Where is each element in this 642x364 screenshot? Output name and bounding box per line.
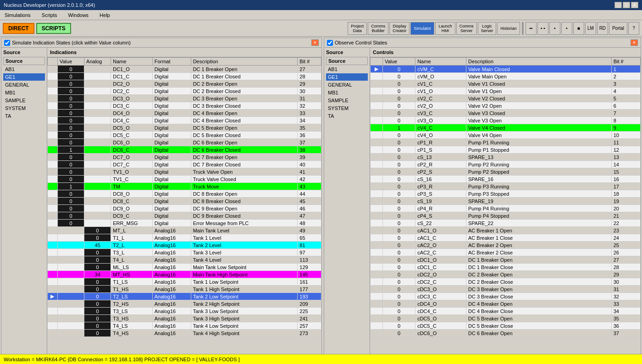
indication-row[interactable]: 0DC1_CDigitalDC 1 Breaker Closed28 (48, 73, 321, 80)
analog-cell[interactable]: 0 (84, 322, 111, 330)
project-data-button[interactable]: ProjectData (348, 22, 367, 35)
analog-cell[interactable] (84, 117, 111, 124)
left-source-general[interactable]: GENERAL (3, 81, 45, 88)
right-source-ta[interactable]: TA (326, 112, 368, 120)
value-cell[interactable]: 0 (57, 205, 84, 212)
control-row[interactable]: 0cV3_CValve V3 Closed7 (371, 110, 641, 117)
indication-row[interactable]: 0DC8_CDigitalDC 8 Breaker Closed45 (48, 198, 321, 205)
value-cell[interactable]: 0 (57, 190, 84, 198)
launch-hmi-button[interactable]: LaunchHMI (435, 22, 455, 35)
analog-cell[interactable]: 0 (84, 227, 111, 234)
analog-cell[interactable] (84, 198, 111, 205)
view-btn-4[interactable]: ▪ (561, 22, 572, 35)
analog-cell[interactable]: 0 (84, 293, 111, 300)
control-row[interactable]: 0cS_13SPARE_1313 (371, 154, 641, 161)
control-row[interactable]: 0cV2_OValve V2 Open6 (371, 102, 641, 110)
control-row[interactable]: 0cDC2_CDC 2 Breaker Close30 (371, 278, 641, 286)
value-cell[interactable]: 0 (57, 124, 84, 132)
indication-row[interactable]: 0DC3_ODigitalDC 3 Breaker Open31 (48, 95, 321, 102)
analog-cell[interactable] (84, 102, 111, 110)
indication-row[interactable]: 0DC2_CDigitalDC 2 Breaker Closed30 (48, 88, 321, 95)
control-row[interactable]: 0cV2_CValve V2 Closed5 (371, 95, 641, 102)
value-cell[interactable]: 0 (57, 220, 84, 227)
analog-cell[interactable]: 0 (84, 278, 111, 286)
direct-button[interactable]: DIRECT (3, 23, 34, 34)
indication-row[interactable]: 0T1_LAnalog16Tank 1 Level65 (48, 234, 321, 242)
analog-cell[interactable] (84, 139, 111, 146)
value-cell[interactable]: 0 (57, 139, 84, 146)
control-row[interactable]: 0cDC1_ODC 1 Breaker Open27 (371, 256, 641, 264)
right-source-header[interactable]: Source (326, 57, 368, 65)
value-cell[interactable] (57, 242, 84, 249)
menu-help[interactable]: Help (98, 12, 112, 18)
value-cell[interactable] (57, 234, 84, 242)
value-cell[interactable]: 0 (57, 168, 84, 176)
indication-row[interactable]: 0T3_LSAnalog16Tank 3 Low Setpoint225 (48, 308, 321, 315)
value-cell[interactable]: 0 (57, 176, 84, 183)
indications-table-container[interactable]: Value Analog Name Format Description Bit… (47, 57, 321, 363)
analog-cell[interactable]: 0 (84, 315, 111, 322)
control-row[interactable]: 0cDC4_CDC 4 Breaker Close34 (371, 308, 641, 315)
value-cell[interactable]: 0 (57, 73, 84, 80)
control-row[interactable]: 0cDC4_ODC 4 Breaker Open33 (371, 300, 641, 308)
controls-table-container[interactable]: Value Name Description Bit # ▶0cVM_CValv… (370, 57, 641, 363)
control-row[interactable]: 0cV1_OValve V1 Open4 (371, 88, 641, 95)
value-cell[interactable] (57, 256, 84, 264)
view-btn-2[interactable]: ▪ ▪ (537, 22, 548, 35)
indication-row[interactable]: 0T3_HSAnalog16Tank 3 High Setpoint241 (48, 315, 321, 322)
scripts-button[interactable]: SCRIPTS (36, 23, 71, 34)
simulator-button[interactable]: Simulator (410, 22, 434, 35)
value-cell[interactable]: 0 (57, 198, 84, 205)
indication-row[interactable]: 0TV1_ODigitalTruck Valve Open41 (48, 168, 321, 176)
analog-cell[interactable]: 45 (84, 242, 111, 249)
analog-cell[interactable]: 0 (84, 330, 111, 337)
close-button[interactable]: ✕ (631, 2, 638, 8)
control-row[interactable]: 1cV4_CValve V4 Closed9 (371, 124, 641, 132)
value-cell[interactable] (57, 271, 84, 278)
analog-cell[interactable] (84, 176, 111, 183)
control-row[interactable]: 0cAC1_CAC Breaker 1 Close24 (371, 234, 641, 242)
control-row[interactable]: 0cAC2_CAC Breaker 2 Close26 (371, 249, 641, 256)
value-cell[interactable]: 1 (57, 183, 84, 190)
right-source-sample[interactable]: SAMPLE (326, 97, 368, 104)
value-cell[interactable] (57, 293, 84, 300)
right-source-ge1[interactable]: GE1 (326, 73, 368, 81)
indication-row[interactable]: 1DC6_CDigitalDC 6 Breaker Closed38 (48, 146, 321, 154)
value-cell[interactable] (57, 308, 84, 315)
analog-cell[interactable] (84, 73, 111, 80)
right-source-general[interactable]: GENERAL (326, 81, 368, 88)
control-row[interactable]: 0cDC2_ODC 2 Breaker Open29 (371, 271, 641, 278)
control-row[interactable]: 0cDC1_CDC 1 Breaker Close28 (371, 264, 641, 271)
analog-cell[interactable] (84, 146, 111, 154)
left-source-system[interactable]: SYSTEM (3, 105, 45, 112)
view-btn-1[interactable]: ▪▪ (526, 22, 537, 35)
analog-cell[interactable]: 0 (84, 300, 111, 308)
indication-row[interactable]: 0MT_LAnalog16Main Tank Level49 (48, 227, 321, 234)
left-source-ge1[interactable]: GE1 (3, 73, 45, 81)
control-row[interactable]: 0cP4_RPump P4 Running20 (371, 205, 641, 212)
indication-row[interactable]: 0DC7_CDigitalDC 7 Breaker Closed40 (48, 161, 321, 168)
value-cell[interactable] (57, 322, 84, 330)
value-cell[interactable]: 0 (57, 80, 84, 88)
indication-row[interactable]: 0T4_LAnalog16Tank 4 Level113 (48, 256, 321, 264)
control-row[interactable]: 0cP1_RPump P1 Running11 (371, 139, 641, 146)
analog-cell[interactable] (84, 190, 111, 198)
control-row[interactable]: 0cDC5_ODC 5 Breaker Open35 (371, 315, 641, 322)
indication-row[interactable]: 0DC5_CDigitalDC 5 Breaker Closed36 (48, 132, 321, 139)
left-source-mb1[interactable]: MB1 (3, 89, 45, 96)
control-row[interactable]: 0cP3_RPump P3 Running17 (371, 183, 641, 190)
indication-row[interactable]: 0DC6_ODigitalDC 6 Breaker Open37 (48, 139, 321, 146)
maximize-button[interactable]: □ (623, 2, 630, 8)
value-cell[interactable] (57, 300, 84, 308)
control-row[interactable]: ▶0cVM_CValve Main Closed1 (371, 66, 641, 73)
analog-cell[interactable] (84, 132, 111, 139)
value-cell[interactable]: 0 (57, 212, 84, 220)
control-row[interactable]: 0cAC1_OAC Breaker 1 Open23 (371, 227, 641, 234)
value-cell[interactable]: 0 (57, 132, 84, 139)
value-cell[interactable]: 0 (57, 161, 84, 168)
help-button[interactable]: ? (628, 22, 639, 35)
value-cell[interactable]: 1 (57, 146, 84, 154)
control-row[interactable]: 0cDC3_CDC 3 Breaker Close32 (371, 293, 641, 300)
control-row[interactable]: 0cV3_OValve V3 Open8 (371, 117, 641, 124)
indication-row[interactable]: 0T1_HSAnalog16Tank 1 High Setpoint177 (48, 286, 321, 293)
